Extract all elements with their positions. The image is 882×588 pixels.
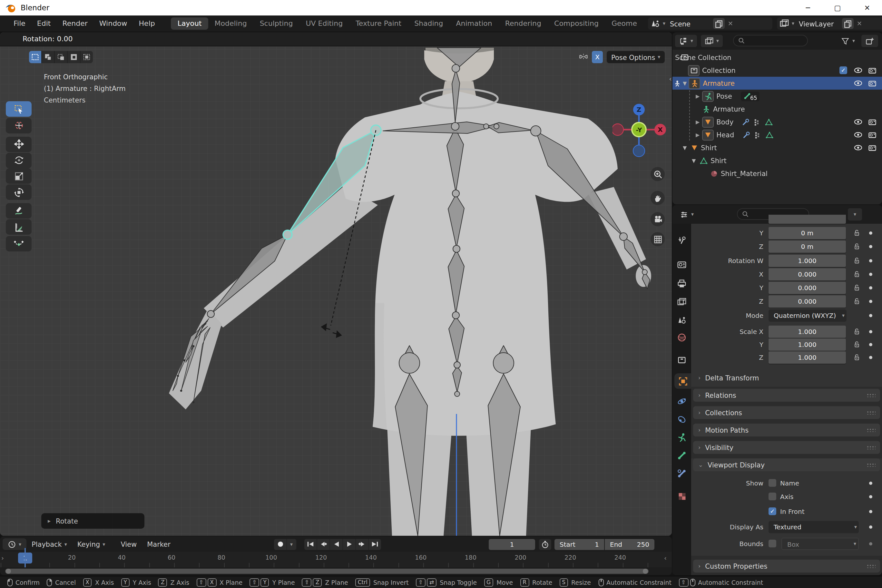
drag-grip-icon[interactable] [867, 463, 876, 467]
rotation-mode-dropdown[interactable]: Quaternion (WXYZ)▾ [768, 309, 846, 322]
location-z-field[interactable]: 0 m [768, 240, 846, 253]
timeline-ruler[interactable]: 20406080100120140160180200220240 1 [0, 552, 672, 567]
play-reverse-button[interactable] [330, 538, 343, 550]
row-armature-object[interactable]: ▼ Armature [672, 77, 882, 90]
workspace-tab-sculpting[interactable]: Sculpting [254, 17, 300, 30]
menu-file[interactable]: File [8, 20, 31, 28]
tab-world[interactable] [672, 330, 691, 345]
close-button[interactable]: ✕ [852, 0, 882, 15]
workspace-tab-animation[interactable]: Animation [450, 17, 499, 30]
panel-viewport-display-header[interactable]: ⌄Viewport Display [693, 458, 880, 471]
row-pose[interactable]: ▶ Pose 65 [672, 90, 882, 102]
lock-icon[interactable] [852, 352, 861, 362]
disclosure-open-icon[interactable]: ▼ [692, 158, 696, 164]
bounds-dropdown[interactable]: Box▾ [782, 538, 859, 550]
workspace-tab-texture-paint[interactable]: Texture Paint [349, 17, 408, 30]
workspace-tab-geome[interactable]: Geome [605, 17, 644, 30]
play-button[interactable] [343, 538, 356, 550]
viewport-canvas[interactable] [0, 32, 672, 536]
navigation-gizmo[interactable]: Z X -Y [612, 103, 667, 158]
show-name-checkbox[interactable] [768, 479, 776, 487]
viewlayer-name-field[interactable]: ViewLayer [797, 20, 842, 27]
lock-icon[interactable] [852, 242, 861, 251]
tool-pose-breakdowner[interactable] [6, 236, 32, 252]
sidebar-collapse-arrow[interactable]: ‹ [669, 75, 672, 83]
tool-annotate[interactable] [6, 203, 32, 219]
tab-texture[interactable] [672, 489, 691, 504]
ortho-grid-icon[interactable] [651, 232, 665, 246]
menu-render[interactable]: Render [56, 20, 93, 28]
disclosure-open-icon[interactable]: ▼ [683, 145, 687, 150]
menu-edit[interactable]: Edit [31, 20, 57, 28]
pose-options-dropdown[interactable]: Pose Options▾ [607, 51, 665, 63]
row-shirt-object[interactable]: ▼ Shirt [672, 141, 882, 154]
hide-eye-icon[interactable] [854, 79, 862, 88]
render-camera-icon[interactable] [868, 143, 877, 152]
zoom-icon[interactable] [651, 167, 665, 181]
lock-icon[interactable] [852, 256, 861, 265]
animate-dot[interactable] [869, 495, 872, 498]
filter-funnel-icon[interactable]: ▾ [837, 35, 858, 47]
end-frame-field[interactable]: End250 [605, 538, 654, 550]
animate-dot[interactable] [869, 259, 872, 262]
lock-icon[interactable] [852, 270, 861, 279]
row-head[interactable]: ▶ Head [672, 128, 882, 141]
rotation-w-field[interactable]: 1.000 [768, 255, 846, 267]
scale-x-field[interactable]: 1.000 [768, 326, 846, 338]
viewlayer-browse-icon[interactable]: ▾ [777, 17, 797, 30]
x-mirror-icon[interactable] [578, 52, 589, 62]
tab-object[interactable] [674, 373, 691, 389]
camera-view-icon[interactable] [651, 212, 665, 226]
disclosure-closed-icon[interactable]: ▶ [696, 93, 699, 99]
tool-measure[interactable] [6, 219, 32, 235]
tool-transform[interactable] [6, 184, 32, 200]
workspace-tab-uv-editing[interactable]: UV Editing [299, 17, 349, 30]
select-mode-intersect[interactable] [81, 51, 93, 63]
animate-dot[interactable] [869, 330, 872, 333]
tab-scene[interactable] [672, 312, 691, 327]
in-front-checkbox[interactable]: ✓ [768, 507, 776, 515]
keying-set-chevron[interactable]: ▾ [287, 538, 297, 550]
animate-dot[interactable] [869, 482, 872, 485]
jump-to-end-button[interactable] [369, 538, 381, 550]
show-axis-checkbox[interactable] [768, 493, 776, 500]
row-shirt-material[interactable]: Shirt_Material [672, 167, 882, 180]
tab-bone[interactable] [672, 447, 691, 463]
animate-dot[interactable] [869, 245, 872, 248]
tab-bone-constraints[interactable] [672, 465, 691, 481]
viewlayer-copy-button[interactable] [842, 18, 854, 29]
tool-rotate[interactable] [6, 153, 32, 168]
bounds-checkbox[interactable] [768, 540, 776, 548]
hide-eye-icon[interactable] [854, 117, 862, 126]
menu-window[interactable]: Window [93, 20, 133, 28]
hide-eye-icon[interactable] [854, 143, 862, 152]
drag-grip-icon[interactable] [867, 446, 876, 449]
animate-dot[interactable] [869, 542, 872, 546]
region-toggle-right-arrow[interactable]: ‹ [664, 555, 667, 562]
render-camera-icon[interactable] [868, 117, 877, 126]
workspace-tab-shading[interactable]: Shading [408, 17, 449, 30]
rotation-y-field[interactable]: 0.000 [768, 282, 846, 294]
properties-options-chevron[interactable]: ▾ [848, 208, 862, 220]
row-armature-data[interactable]: Armature [672, 102, 882, 116]
menu-marker[interactable]: Marker [142, 540, 176, 548]
row-scene-collection[interactable]: Scene Collection [672, 51, 882, 64]
workspace-tab-rendering[interactable]: Rendering [499, 17, 548, 30]
tab-physics[interactable] [672, 393, 691, 409]
tab-render[interactable] [672, 256, 691, 272]
drag-grip-icon[interactable] [867, 393, 876, 397]
jump-to-start-button[interactable] [304, 538, 317, 550]
workspace-tab-modeling[interactable]: Modeling [208, 17, 254, 30]
select-mode-extend[interactable] [42, 51, 55, 63]
panel-visibility[interactable]: ›Visibility [693, 441, 880, 454]
render-camera-icon[interactable] [868, 79, 877, 88]
lock-icon[interactable] [852, 283, 861, 292]
previous-keyframe-button[interactable] [317, 538, 330, 550]
select-mode-subtract[interactable] [55, 51, 68, 63]
lock-icon[interactable] [852, 327, 861, 336]
collection-checkbox[interactable]: ✓ [840, 66, 847, 74]
menu-keying[interactable]: Keying▾ [72, 540, 111, 548]
row-body[interactable]: ▶ Body [672, 116, 882, 128]
hide-eye-icon[interactable] [854, 66, 862, 75]
outliner-search-input[interactable] [733, 35, 808, 46]
